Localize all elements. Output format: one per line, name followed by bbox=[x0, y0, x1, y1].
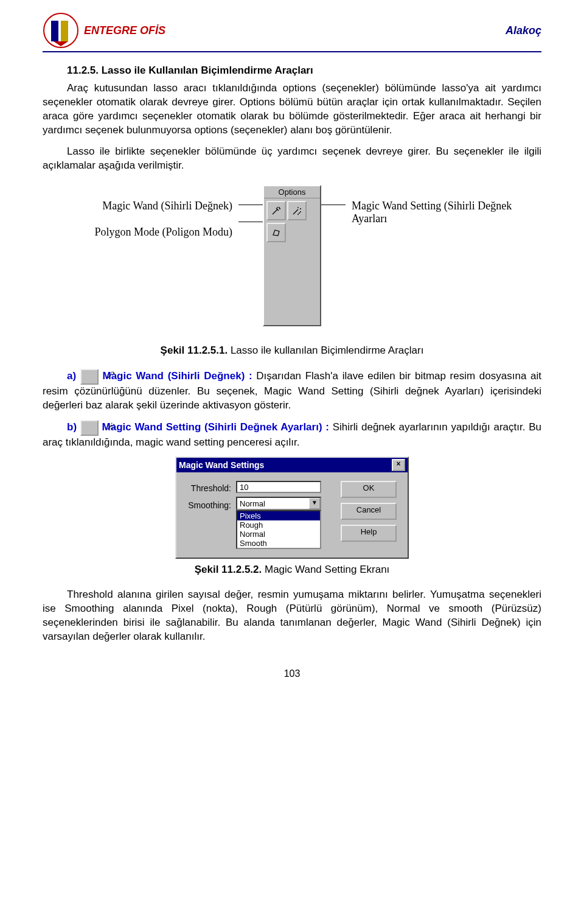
connector-right bbox=[321, 185, 346, 222]
smoothing-value: Normal bbox=[240, 499, 265, 508]
ok-button[interactable]: OK bbox=[341, 481, 397, 498]
list-item[interactable]: Rough bbox=[237, 520, 320, 530]
close-icon[interactable]: × bbox=[392, 459, 405, 471]
item-a-title: Magic Wand (Sihirli Değnek) : bbox=[103, 370, 252, 382]
figure-2-caption: Şekil 11.2.5.2. Magic Wand Setting Ekran… bbox=[43, 564, 541, 576]
paragraph-3: Threshold alanına girilen sayısal değer,… bbox=[43, 588, 541, 644]
header-title-left: ENTEGRE OFİS bbox=[84, 24, 165, 37]
svg-point-3 bbox=[299, 212, 300, 214]
dialog-labels-column: Threshold: Smoothing: bbox=[182, 481, 231, 549]
smoothing-dropdown[interactable]: Normal ▼ bbox=[236, 497, 321, 510]
section-heading: 11.2.5. Lasso ile Kullanılan Biçimlendir… bbox=[67, 65, 541, 77]
smoothing-label: Smoothing: bbox=[182, 498, 231, 515]
page-header: ENTEGRE OFİS Alakoç bbox=[43, 12, 541, 52]
dialog-buttons-column: OK Cancel Help bbox=[333, 481, 401, 549]
options-diagram: Magic Wand (Sihirli Değnek) Polygon Mode… bbox=[43, 185, 541, 326]
connector-left bbox=[238, 185, 263, 239]
figure-2-number: Şekil 11.2.5.2. bbox=[195, 564, 262, 575]
chevron-down-icon: ▼ bbox=[309, 498, 320, 509]
item-b-prefix: b) bbox=[67, 421, 77, 433]
dialog-titlebar: Magic Wand Settings × bbox=[176, 458, 408, 472]
threshold-label: Threshold: bbox=[182, 481, 231, 498]
options-panel-body bbox=[264, 198, 320, 325]
paragraph-2: Lasso ile birlikte seçenekler bölümünde … bbox=[43, 145, 541, 173]
university-logo bbox=[43, 12, 79, 49]
dialog-title: Magic Wand Settings bbox=[179, 460, 264, 470]
polygon-mode-icon[interactable] bbox=[266, 223, 286, 242]
svg-rect-2 bbox=[61, 21, 68, 41]
svg-point-5 bbox=[297, 214, 299, 215]
options-panel: Options bbox=[263, 185, 321, 326]
label-magic-wand: Magic Wand (Sihirli Değnek) bbox=[62, 200, 232, 212]
magic-wand-settings-inline-icon bbox=[80, 420, 99, 436]
document-page: ENTEGRE OFİS Alakoç 11.2.5. Lasso ile Ku… bbox=[0, 0, 584, 704]
label-polygon-mode: Polygon Mode (Poligon Modu) bbox=[62, 226, 232, 239]
magic-wand-icon[interactable] bbox=[266, 201, 286, 220]
magic-wand-inline-icon bbox=[80, 369, 99, 385]
threshold-input[interactable]: 10 bbox=[236, 481, 321, 493]
list-item[interactable]: Normal bbox=[237, 530, 320, 539]
figure-2-text: Magic Wand Setting Ekranı bbox=[262, 564, 389, 575]
magic-wand-settings-icon[interactable] bbox=[287, 201, 307, 220]
figure-1-caption: Şekil 11.2.5.1. Lasso ile kullanılan Biç… bbox=[43, 345, 541, 357]
header-left: ENTEGRE OFİS bbox=[43, 12, 165, 49]
diagram-right-labels: Magic Wand Setting (Sihirli Değnek Ayarl… bbox=[346, 185, 522, 225]
list-item[interactable]: Pixels bbox=[237, 511, 320, 520]
diagram-left-labels: Magic Wand (Sihirli Değnek) Polygon Mode… bbox=[62, 185, 238, 252]
dialog-body: Threshold: Smoothing: 10 Normal ▼ Pixels… bbox=[176, 472, 408, 558]
item-a-prefix: a) bbox=[67, 370, 76, 382]
page-number: 103 bbox=[43, 668, 541, 679]
options-panel-title: Options bbox=[264, 186, 320, 198]
paragraph-1: Araç kutusundan lasso aracı tıklanıldığı… bbox=[43, 82, 541, 138]
figure-1-number: Şekil 11.2.5.1. bbox=[161, 345, 228, 356]
figure-1-text: Lasso ile kullanılan Biçimlendirme Araçl… bbox=[228, 345, 423, 356]
cancel-button[interactable]: Cancel bbox=[341, 503, 397, 520]
smoothing-listbox[interactable]: Pixels Rough Normal Smooth bbox=[236, 510, 321, 549]
header-title-right: Alakoç bbox=[506, 24, 541, 37]
item-b-title: Magic Wand Setting (Sihirli Değnek Ayarl… bbox=[102, 421, 329, 433]
list-item[interactable]: Smooth bbox=[237, 539, 320, 548]
help-button[interactable]: Help bbox=[341, 525, 397, 542]
magic-wand-settings-dialog: Magic Wand Settings × Threshold: Smoothi… bbox=[175, 457, 409, 559]
svg-rect-1 bbox=[51, 21, 58, 41]
item-a: a) Magic Wand (Sihirli Değnek) : Dışarıd… bbox=[43, 369, 541, 413]
label-magic-wand-setting: Magic Wand Setting (Sihirli Değnek Ayarl… bbox=[352, 200, 522, 225]
dialog-fields-column: 10 Normal ▼ Pixels Rough Normal Smooth bbox=[231, 481, 333, 549]
item-b: b) Magic Wand Setting (Sihirli Değnek Ay… bbox=[43, 420, 541, 450]
svg-point-4 bbox=[300, 211, 301, 212]
